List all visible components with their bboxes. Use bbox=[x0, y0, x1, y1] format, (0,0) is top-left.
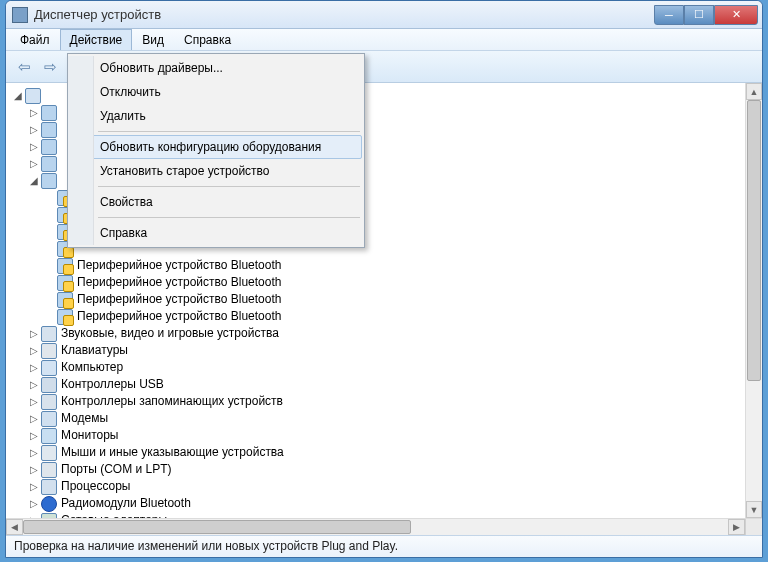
tree-item-bt[interactable]: Периферийное устройство Bluetooth bbox=[44, 308, 745, 325]
menu-update-drivers[interactable]: Обновить драйверы... bbox=[70, 56, 362, 80]
expand-icon[interactable]: ▷ bbox=[28, 158, 39, 169]
device-warning-icon bbox=[57, 292, 73, 308]
expand-icon[interactable]: ▷ bbox=[28, 396, 39, 407]
tree-label: Процессоры bbox=[59, 478, 131, 495]
menu-view[interactable]: Вид bbox=[132, 29, 174, 50]
window-frame: Диспетчер устройств ─ ☐ ✕ Файл Действие … bbox=[5, 0, 763, 558]
network-icon bbox=[41, 513, 57, 519]
expand-icon[interactable]: ▷ bbox=[28, 362, 39, 373]
device-icon bbox=[41, 156, 57, 172]
menu-action[interactable]: Действие bbox=[60, 29, 133, 50]
menu-help[interactable]: Справка bbox=[174, 29, 241, 50]
tree-label: Модемы bbox=[59, 410, 108, 427]
menu-file[interactable]: Файл bbox=[10, 29, 60, 50]
window-title: Диспетчер устройств bbox=[34, 7, 654, 22]
scroll-left-button[interactable]: ◀ bbox=[6, 519, 23, 535]
titlebar[interactable]: Диспетчер устройств ─ ☐ ✕ bbox=[6, 1, 762, 29]
tree-label: Периферийное устройство Bluetooth bbox=[75, 274, 281, 291]
scroll-right-button[interactable]: ▶ bbox=[728, 519, 745, 535]
device-icon bbox=[41, 122, 57, 138]
usb-icon bbox=[41, 377, 57, 393]
monitor-icon bbox=[41, 428, 57, 444]
tree-item-bt[interactable]: Периферийное устройство Bluetooth bbox=[44, 257, 745, 274]
tree-node-storage[interactable]: ▷Контроллеры запоминающих устройств bbox=[28, 393, 745, 410]
modem-icon bbox=[41, 411, 57, 427]
tree-node-cpus[interactable]: ▷Процессоры bbox=[28, 478, 745, 495]
port-icon bbox=[41, 462, 57, 478]
scroll-up-button[interactable]: ▲ bbox=[746, 83, 762, 100]
expand-icon[interactable]: ▷ bbox=[28, 481, 39, 492]
expand-icon[interactable]: ▷ bbox=[28, 515, 39, 518]
expand-icon[interactable]: ▷ bbox=[28, 107, 39, 118]
tree-label: Мониторы bbox=[59, 427, 118, 444]
tree-label: Звуковые, видео и игровые устройства bbox=[59, 325, 279, 342]
tree-node-monitors[interactable]: ▷Мониторы bbox=[28, 427, 745, 444]
expand-icon[interactable]: ▷ bbox=[28, 141, 39, 152]
menu-separator bbox=[98, 131, 360, 132]
scroll-corner bbox=[745, 519, 762, 535]
scroll-thumb[interactable] bbox=[23, 520, 411, 534]
expand-icon[interactable]: ▷ bbox=[28, 447, 39, 458]
tree-label: Периферийное устройство Bluetooth bbox=[75, 291, 281, 308]
audio-icon bbox=[41, 326, 57, 342]
action-menu: Обновить драйверы... Отключить Удалить О… bbox=[67, 53, 365, 248]
horizontal-scrollbar[interactable]: ◀ ▶ bbox=[6, 518, 762, 535]
vertical-scrollbar[interactable]: ▲ ▼ bbox=[745, 83, 762, 518]
scroll-track[interactable] bbox=[23, 519, 728, 535]
menu-delete[interactable]: Удалить bbox=[70, 104, 362, 128]
scroll-track[interactable] bbox=[746, 100, 762, 501]
collapse-icon[interactable]: ◢ bbox=[28, 175, 39, 186]
tree-item-bt[interactable]: Периферийное устройство Bluetooth bbox=[44, 291, 745, 308]
menu-separator bbox=[98, 217, 360, 218]
mouse-icon bbox=[41, 445, 57, 461]
maximize-button[interactable]: ☐ bbox=[684, 5, 714, 25]
nav-back-button[interactable]: ⇦ bbox=[12, 56, 36, 78]
expand-icon[interactable]: ▷ bbox=[28, 464, 39, 475]
expand-icon[interactable]: ▷ bbox=[28, 379, 39, 390]
status-text: Проверка на наличие изменений или новых … bbox=[14, 539, 398, 553]
nav-forward-button[interactable]: ⇨ bbox=[38, 56, 62, 78]
tree-node-btradios[interactable]: ▷Радиомодули Bluetooth bbox=[28, 495, 745, 512]
menu-scan-hardware[interactable]: Обновить конфигурацию оборудования bbox=[70, 135, 362, 159]
tree-node-net[interactable]: ▷Сетевые адаптеры bbox=[28, 512, 745, 518]
tree-node-keyboards[interactable]: ▷Клавиатуры bbox=[28, 342, 745, 359]
expand-icon[interactable]: ▷ bbox=[28, 430, 39, 441]
device-icon bbox=[41, 173, 57, 189]
expand-icon[interactable]: ▷ bbox=[28, 498, 39, 509]
tree-label: Компьютер bbox=[59, 359, 123, 376]
scroll-thumb[interactable] bbox=[747, 100, 761, 381]
menubar: Файл Действие Вид Справка bbox=[6, 29, 762, 51]
scroll-down-button[interactable]: ▼ bbox=[746, 501, 762, 518]
menu-disable[interactable]: Отключить bbox=[70, 80, 362, 104]
window-buttons: ─ ☐ ✕ bbox=[654, 5, 758, 25]
tree-node-usb[interactable]: ▷Контроллеры USB bbox=[28, 376, 745, 393]
tree-label: Сетевые адаптеры bbox=[59, 512, 167, 518]
tree-label: Радиомодули Bluetooth bbox=[59, 495, 191, 512]
menu-properties[interactable]: Свойства bbox=[70, 190, 362, 214]
tree-node-mice[interactable]: ▷Мыши и иные указывающие устройства bbox=[28, 444, 745, 461]
tree-label: Периферийное устройство Bluetooth bbox=[75, 257, 281, 274]
device-icon bbox=[41, 105, 57, 121]
menu-help[interactable]: Справка bbox=[70, 221, 362, 245]
expand-icon[interactable]: ▷ bbox=[28, 413, 39, 424]
tree-node-audio[interactable]: ▷Звуковые, видео и игровые устройства bbox=[28, 325, 745, 342]
tree-node-modems[interactable]: ▷Модемы bbox=[28, 410, 745, 427]
expand-icon[interactable]: ▷ bbox=[28, 124, 39, 135]
app-icon bbox=[12, 7, 28, 23]
collapse-icon[interactable]: ◢ bbox=[12, 90, 23, 101]
tree-node-computer[interactable]: ▷Компьютер bbox=[28, 359, 745, 376]
storage-icon bbox=[41, 394, 57, 410]
close-button[interactable]: ✕ bbox=[714, 5, 758, 25]
keyboard-icon bbox=[41, 343, 57, 359]
device-warning-icon bbox=[57, 258, 73, 274]
minimize-button[interactable]: ─ bbox=[654, 5, 684, 25]
tree-label: Периферийное устройство Bluetooth bbox=[75, 308, 281, 325]
menu-install-legacy[interactable]: Установить старое устройство bbox=[70, 159, 362, 183]
expand-icon[interactable]: ▷ bbox=[28, 345, 39, 356]
expand-icon[interactable]: ▷ bbox=[28, 328, 39, 339]
tree-item-bt[interactable]: Периферийное устройство Bluetooth bbox=[44, 274, 745, 291]
tree-label: Мыши и иные указывающие устройства bbox=[59, 444, 284, 461]
tree-label: Контроллеры запоминающих устройств bbox=[59, 393, 283, 410]
tree-label: Порты (COM и LPT) bbox=[59, 461, 172, 478]
tree-node-ports[interactable]: ▷Порты (COM и LPT) bbox=[28, 461, 745, 478]
